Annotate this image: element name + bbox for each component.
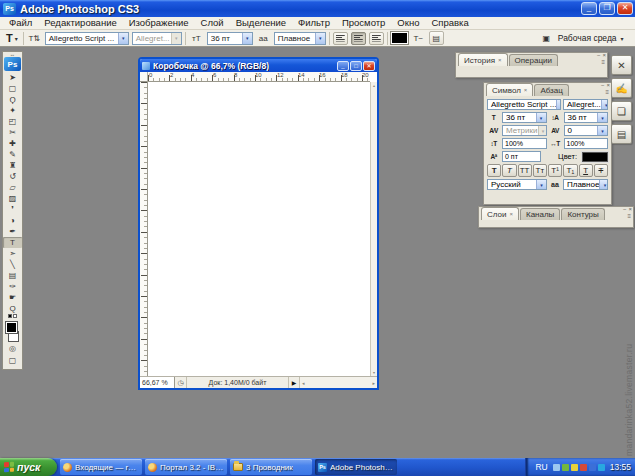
subscript-button[interactable]: T₁ (563, 164, 577, 177)
tray-icon-3[interactable] (571, 464, 578, 471)
tool-history-brush[interactable]: ↺ (3, 171, 22, 182)
font-family-select[interactable]: Allegretto Script ... ▾ (45, 32, 129, 45)
brush-dock-icon[interactable]: ✍ (611, 78, 632, 98)
align-left-button[interactable] (333, 32, 348, 45)
horizontal-scale-field[interactable]: 100% (564, 138, 609, 149)
default-colors-button[interactable] (3, 314, 22, 321)
menu-select[interactable]: Выделение (230, 17, 292, 29)
toggle-palettes-button[interactable]: ▤ (429, 31, 444, 45)
tab-channels[interactable]: Каналы (520, 208, 560, 220)
menu-layer[interactable]: Слой (195, 17, 230, 29)
tool-dodge[interactable]: ◑ (3, 215, 22, 226)
vertical-scale-field[interactable]: 100% (502, 138, 547, 149)
canvas[interactable] (148, 82, 370, 376)
tool-preset-picker[interactable]: T ▾ (4, 32, 20, 44)
tray-icon-4[interactable] (580, 464, 587, 471)
tracking-select[interactable]: 0 ▾ (564, 125, 609, 136)
tool-slice[interactable]: ✂ (3, 127, 22, 138)
restore-button[interactable]: ❐ (599, 2, 615, 15)
superscript-button[interactable]: T¹ (548, 164, 562, 177)
panel-menu-icon[interactable]: ≡ (605, 89, 609, 95)
warp-text-button[interactable]: T~ (411, 31, 426, 45)
tool-notes[interactable]: ▤ (3, 270, 22, 281)
antialias-select[interactable]: Плавное ▾ (274, 32, 326, 45)
tab-paths[interactable]: Контуры (561, 208, 604, 220)
text-color-swatch[interactable] (391, 32, 408, 44)
char-color-swatch[interactable] (582, 152, 608, 162)
menu-image[interactable]: Изображение (123, 17, 195, 29)
menu-filter[interactable]: Фильтр (292, 17, 336, 29)
kerning-select[interactable]: Метрики ▾ (502, 125, 547, 136)
close-button[interactable]: ✕ (617, 2, 633, 15)
vertical-scrollbar[interactable]: ▴ ▾ (370, 82, 377, 376)
faux-italic-button[interactable]: T (502, 164, 516, 177)
all-caps-button[interactable]: TT (518, 164, 532, 177)
scroll-down-icon[interactable]: ▾ (373, 370, 375, 375)
leading-select[interactable]: 36 пт ▾ (564, 112, 609, 123)
tool-blur[interactable]: ❜ (3, 204, 22, 215)
tool-hand[interactable]: ☛ (3, 292, 22, 303)
clock[interactable]: 13:55 (608, 462, 631, 472)
tools-dock-icon[interactable]: ✕ (611, 55, 632, 75)
align-center-button[interactable] (351, 32, 366, 45)
panel-minimize-icon[interactable]: − (601, 82, 605, 88)
tool-crop[interactable]: ◰ (3, 116, 22, 127)
language-select[interactable]: Русский ▾ (487, 179, 547, 190)
tab-actions[interactable]: Операции (509, 54, 558, 66)
tool-rectangular-marquee[interactable]: ▢ (3, 83, 22, 94)
underline-button[interactable]: T (579, 164, 593, 177)
document-titlebar[interactable]: Коробочка @ 66,7% (RGB/8) _ □ ✕ (140, 59, 377, 72)
tab-paragraph[interactable]: Абзац (534, 84, 568, 96)
quick-mask-button[interactable]: ◎ (5, 343, 20, 354)
menu-window[interactable]: Окно (391, 17, 425, 29)
doc-close-button[interactable]: ✕ (363, 61, 375, 71)
menu-help[interactable]: Справка (425, 17, 474, 29)
tool-magic-wand[interactable]: ✦ (3, 105, 22, 116)
panel-minimize-icon[interactable]: − (597, 52, 601, 58)
tool-zoom[interactable]: Q (3, 303, 22, 314)
info-dock-icon[interactable]: ▤ (611, 124, 632, 144)
font-style-select[interactable]: Allegret... ▾ (132, 32, 182, 45)
screen-mode-button[interactable]: ▢ (5, 355, 20, 366)
scroll-left-icon[interactable]: ◂ (302, 380, 305, 386)
status-menu-button[interactable]: ▶ (289, 377, 300, 388)
horizontal-scrollbar[interactable]: ◂ ▸ (300, 377, 377, 388)
app-titlebar[interactable]: Ps Adobe Photoshop CS3 _ ❐ ✕ (0, 0, 635, 17)
align-right-button[interactable] (369, 32, 384, 45)
task-explorer-group[interactable]: 3 Проводник (230, 459, 312, 475)
tab-history[interactable]: История × (458, 53, 508, 66)
tool-move[interactable]: ➤ (3, 72, 22, 83)
tool-path-selection[interactable]: ➣ (3, 248, 22, 259)
baseline-shift-field[interactable]: 0 пт (502, 151, 541, 162)
layer-comps-dock-icon[interactable]: ❏ (611, 101, 632, 121)
scroll-up-icon[interactable]: ▴ (373, 83, 375, 88)
tray-icon-5[interactable] (589, 464, 596, 471)
menu-edit[interactable]: Редактирование (38, 17, 122, 29)
tray-icon-1[interactable] (553, 464, 560, 471)
task-lotus-inbox[interactable]: Входящие — rectorn... (60, 459, 142, 475)
task-lotus-portal[interactable]: Портал 3.2 - IBM Lot... (145, 459, 227, 475)
tab-character[interactable]: Символ × (486, 83, 533, 96)
tab-close-icon[interactable]: × (509, 211, 513, 217)
tool-eyedropper[interactable]: ✑ (3, 281, 22, 292)
doc-maximize-button[interactable]: □ (350, 61, 362, 71)
faux-bold-button[interactable]: T (487, 164, 501, 177)
tool-pen[interactable]: ✒ (3, 226, 22, 237)
document-size-info[interactable]: Док: 1,40М/0 байт (187, 377, 289, 388)
tool-type[interactable]: T (3, 237, 22, 248)
tool-lasso[interactable]: Ϙ (3, 94, 22, 105)
workspace-menu[interactable]: Рабочая среда (558, 33, 617, 43)
char-font-size-select[interactable]: 36 пт ▾ (502, 112, 547, 123)
panel-close-icon[interactable]: × (602, 52, 606, 58)
strikethrough-button[interactable]: T (594, 164, 608, 177)
doc-minimize-button[interactable]: _ (337, 61, 349, 71)
panel-minimize-icon[interactable]: − (623, 206, 627, 212)
panel-menu-icon[interactable]: ≡ (627, 213, 631, 219)
panel-close-icon[interactable]: × (606, 82, 610, 88)
panel-menu-icon[interactable]: ≡ (601, 59, 605, 65)
tool-clone-stamp[interactable]: ♜ (3, 160, 22, 171)
tool-healing-brush[interactable]: ✚ (3, 138, 22, 149)
foreground-color-swatch[interactable] (6, 322, 17, 333)
tool-gradient[interactable]: ▨ (3, 193, 22, 204)
text-orientation-button[interactable]: T⇅ (27, 31, 42, 45)
